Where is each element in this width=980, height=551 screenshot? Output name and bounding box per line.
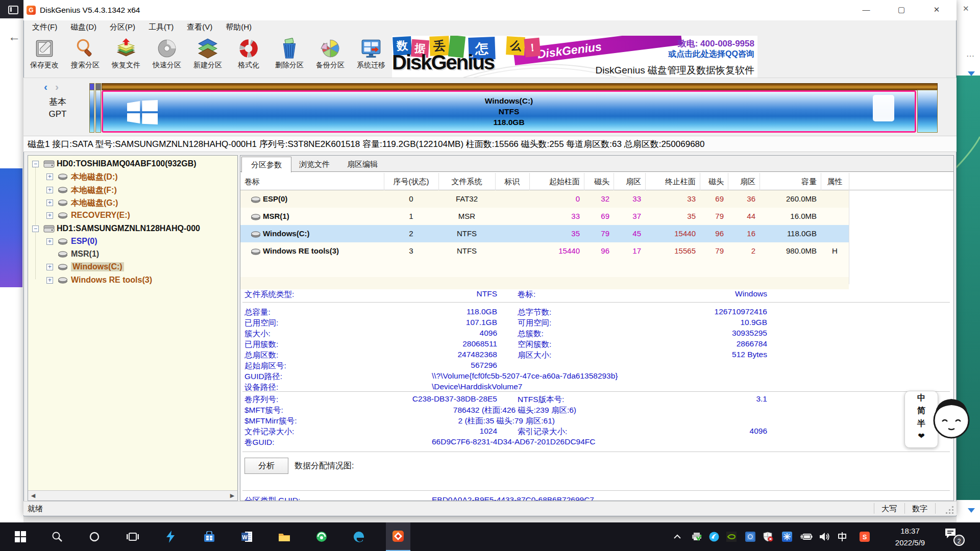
toolbar-button-4[interactable]: 快速分区	[146, 35, 187, 78]
detail-label: 文件记录大小:	[244, 427, 294, 437]
prev-disk-icon[interactable]: ‹	[44, 81, 47, 93]
tree-item-hd0-toshibamq04abf100-932gb-[interactable]: −HD0:TOSHIBAMQ04ABF100(932GB)	[28, 159, 237, 171]
tree-horizontal-scrollbar[interactable]: ◀ ▶	[28, 490, 237, 500]
banner-ad[interactable]: DiskGenius DiskGenius 致电: 400-008-9958 或…	[392, 36, 757, 78]
more-options-icon[interactable]: ⋯	[966, 51, 975, 61]
scroll-right-icon[interactable]: ▶	[227, 491, 237, 500]
taskbar-browser360-icon[interactable]	[309, 522, 334, 551]
taskbar-store-icon[interactable]	[197, 522, 222, 551]
tree-item-recovery-e-[interactable]: +RECOVERY(E:)	[28, 210, 237, 222]
table-row-msr-1-[interactable]: MSR(1)1MSR33693735794416.0MB	[240, 208, 849, 225]
taskbar-edge-icon[interactable]	[347, 522, 371, 551]
tray-nvidia-icon[interactable]	[721, 522, 742, 551]
minimize-button[interactable]: —	[851, 0, 881, 19]
detail-value: 247482368	[373, 350, 497, 359]
table-empty-row	[240, 260, 849, 277]
tree-item--f-[interactable]: +本地磁盘(F:)	[28, 185, 237, 197]
tree-expander-icon[interactable]: +	[46, 212, 53, 219]
tree-item-windows-re-tools-3-[interactable]: +Windows RE tools(3)	[28, 275, 237, 287]
toolbar-button-5[interactable]: 新建分区	[187, 35, 228, 78]
tree-item-msr-1-[interactable]: MSR(1)	[28, 249, 237, 261]
tray-ime-cn-icon[interactable]	[832, 522, 852, 551]
clock-time: 18:37	[886, 525, 935, 537]
column-header-12[interactable]: 属性	[821, 173, 849, 190]
table-row-esp-0-[interactable]: ESP(0)0FAT3203233336936260.0MB	[240, 190, 849, 208]
esp-partition-block[interactable]	[89, 90, 94, 133]
scroll-down-icon[interactable]	[968, 71, 975, 76]
background-close-icon[interactable]: ✕	[963, 4, 969, 13]
taskbar-diskgenius-icon[interactable]	[386, 522, 410, 551]
tree-expander-icon[interactable]: +	[46, 173, 53, 180]
banner-qq-link[interactable]: 或点击此处选择QQ咨询	[668, 49, 754, 60]
tray-snowflake-icon[interactable]	[777, 522, 797, 551]
tab-2[interactable]: 浏览文件	[290, 157, 338, 172]
tray-battery-icon[interactable]	[796, 522, 816, 551]
tray-defender-icon[interactable]	[758, 522, 778, 551]
toolbar-button-6[interactable]: 格式化	[228, 35, 269, 78]
toolbar-button-3[interactable]: 恢复文件	[106, 35, 146, 78]
scroll-down-icon[interactable]	[968, 508, 975, 513]
tray-sogou-icon[interactable]: S	[854, 522, 875, 551]
column-header-11[interactable]: 容量	[760, 173, 821, 190]
toolbar-button-1[interactable]: 保存更改	[24, 35, 65, 78]
menu-item-1[interactable]: 文件(F)	[26, 20, 64, 35]
tree-expander-icon[interactable]: +	[46, 277, 53, 284]
column-header-10[interactable]: 扇区	[728, 173, 760, 190]
detail-value: 30935295	[604, 329, 767, 338]
column-header-5[interactable]: 起始柱面	[529, 173, 584, 190]
tree-expander-icon[interactable]: +	[46, 199, 53, 206]
scroll-left-icon[interactable]: ◀	[28, 491, 38, 500]
taskbar-start-icon[interactable]	[8, 522, 33, 551]
close-button[interactable]: ✕	[922, 0, 951, 19]
re-tools-partition-block[interactable]	[917, 90, 938, 133]
menu-item-5[interactable]: 查看(V)	[180, 20, 219, 35]
tree-expander-icon[interactable]: +	[46, 187, 53, 193]
tab-3[interactable]: 扇区编辑	[338, 157, 386, 172]
back-arrow-icon[interactable]: ←	[8, 30, 20, 44]
tray-tray-expand-icon[interactable]	[667, 522, 688, 551]
tab-1[interactable]: 分区参数	[241, 157, 291, 172]
detail-value: 4096	[604, 427, 767, 436]
column-header-3[interactable]: 文件系统	[438, 173, 495, 190]
table-row-windows-c-[interactable]: Windows(C:)2NTFS357945154409616118.0GB	[240, 225, 849, 242]
maximize-button[interactable]: ▢	[887, 0, 916, 19]
tree-expander-icon[interactable]: −	[32, 161, 39, 167]
toolbar-button-7[interactable]: 删除分区	[269, 35, 310, 78]
analyze-button[interactable]: 分析	[244, 458, 288, 474]
column-header-2[interactable]: 序号(状态)	[384, 173, 438, 190]
next-disk-icon[interactable]: ›	[55, 81, 59, 93]
taskbar-search-icon[interactable]	[45, 522, 69, 551]
tree-item--g-[interactable]: +本地磁盘(G:)	[28, 197, 237, 210]
column-header-7[interactable]: 扇区	[614, 173, 645, 190]
tree-item-windows-c-[interactable]: +Windows(C:)	[28, 262, 237, 274]
table-row-windows-re-tools-3-[interactable]: Windows RE tools(3)3NTFS1544096171556579…	[240, 242, 849, 260]
column-header-1[interactable]: 卷标	[240, 173, 384, 190]
taskbar-cortana-icon[interactable]	[82, 522, 107, 551]
msr-partition-block[interactable]	[95, 90, 101, 133]
toolbar-button-9[interactable]: 系统迁移	[351, 35, 391, 78]
toolbar-button-8[interactable]: 备份分区	[310, 35, 351, 78]
menu-item-3[interactable]: 分区(P)	[103, 20, 142, 35]
tree-item--d-[interactable]: +本地磁盘(D:)	[28, 171, 237, 184]
tree-item-esp-0-[interactable]: +ESP(0)	[28, 236, 237, 248]
taskbar-word-icon[interactable]: W	[235, 522, 259, 551]
tree-expander-icon[interactable]: +	[46, 264, 53, 270]
menu-item-2[interactable]: 磁盘(D)	[64, 20, 103, 35]
column-header-4[interactable]: 标识	[495, 173, 529, 190]
menu-item-6[interactable]: 帮助(H)	[219, 20, 258, 35]
column-header-9[interactable]: 磁头	[700, 173, 728, 190]
taskbar-bolt-icon[interactable]	[158, 522, 183, 551]
tree-expander-icon[interactable]: +	[46, 238, 53, 245]
taskbar-taskview-icon[interactable]	[120, 522, 145, 551]
tree-expander-icon[interactable]: −	[32, 226, 39, 232]
tray-intel-icon[interactable]	[740, 522, 761, 551]
column-header-8[interactable]: 终止柱面	[645, 173, 700, 190]
menu-item-4[interactable]: 工具(T)	[142, 20, 180, 35]
toolbar-button-2[interactable]: 搜索分区	[65, 35, 106, 78]
column-header-6[interactable]: 磁头	[584, 173, 614, 190]
taskbar-clock[interactable]: 18:37 2022/5/9	[886, 525, 935, 548]
taskbar-explorer-icon[interactable]	[272, 522, 297, 551]
windows-c-partition-block[interactable]: Windows(C:) NTFS 118.0GB	[102, 90, 916, 133]
notification-center-icon[interactable]: 2	[944, 528, 957, 541]
tree-item-hd1-samsungmznln128hahq-000[interactable]: −HD1:SAMSUNGMZNLN128HAHQ-000	[28, 223, 237, 236]
